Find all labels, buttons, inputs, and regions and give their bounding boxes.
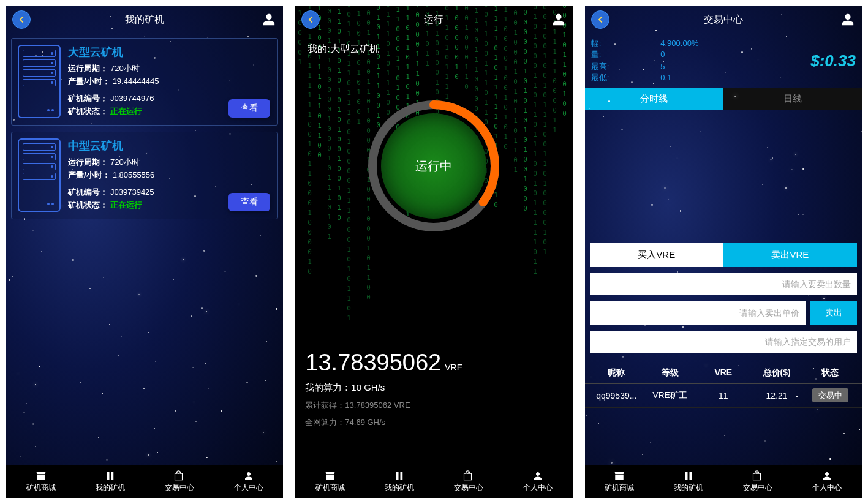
sell-submit-button[interactable]: 卖出 [810, 301, 857, 325]
person-icon [821, 470, 833, 481]
earned-amount: 13.78395062VRE [305, 350, 562, 376]
status-label: 矿机状态： [68, 200, 108, 209]
tab-timeline[interactable]: 分时线 [585, 88, 723, 110]
my-miner-label: 我的:大型云矿机 [308, 43, 560, 56]
user-icon[interactable] [262, 13, 276, 26]
cycle-label: 运行周期： [68, 64, 108, 73]
trade-content: 买入VRE 卖出VRE 卖出 昵称 等级 VRE 总价($) 状态 qq9953… [585, 110, 862, 465]
trade-mode-buttons: 买入VRE 卖出VRE [590, 243, 857, 267]
tab-daily[interactable]: 日线 [723, 88, 862, 110]
col-level: 等级 [643, 367, 696, 378]
network-hashrate: 全网算力：74.69 GH/s [305, 417, 562, 428]
id-value: J039739425 [110, 187, 154, 197]
yield-value: 19.44444445 [113, 77, 159, 86]
miner-list: 大型云矿机 运行周期：720小时 产量/小时：19.44444445 矿机编号：… [6, 33, 283, 465]
market-summary: 幅: 4,900.00%量: 0 最高: 5最低: 0.1 $:0.33 [585, 33, 862, 88]
bottom-nav: 矿机商城 我的矿机 交易中心 个人中心 [6, 465, 283, 498]
back-button[interactable] [12, 10, 31, 29]
id-label: 矿机编号： [68, 187, 108, 197]
col-total: 总价($) [750, 367, 803, 378]
phone-trade-center: 交易中心 幅: 4,900.00%量: 0 最高: 5最低: 0.1 $:0.3… [585, 6, 862, 498]
header: 运行 [295, 6, 572, 33]
nav-my-miners[interactable]: 我的矿机 [75, 465, 145, 498]
nav-my-miners[interactable]: 我的矿机 [364, 465, 434, 498]
col-vre: VRE [696, 367, 750, 378]
bottom-nav: 矿机商城 我的矿机 交易中心 个人中心 [585, 465, 862, 498]
chart-area [585, 110, 862, 238]
total-earned: 累计获得：13.78395062 VRE [305, 400, 562, 411]
user-icon[interactable] [841, 13, 855, 26]
server-icon [18, 138, 61, 212]
back-button[interactable] [591, 10, 609, 29]
ring-center-label: 运行中 [381, 113, 486, 219]
view-button[interactable]: 查看 [228, 99, 270, 118]
col-status: 状态 [804, 367, 857, 378]
cell-level: VRE矿工 [643, 390, 696, 401]
unit-price-input[interactable] [590, 301, 806, 325]
nav-trade[interactable]: 交易中心 [723, 465, 793, 498]
miner-icon [393, 470, 406, 481]
svg-rect-4 [396, 472, 399, 480]
bag-icon [752, 470, 764, 481]
progress-ring-wrap: 运行中 [305, 92, 562, 239]
id-label: 矿机编号： [68, 94, 108, 103]
nav-profile[interactable]: 个人中心 [793, 465, 862, 498]
svg-rect-6 [685, 472, 688, 480]
user-icon[interactable] [552, 13, 565, 26]
cycle-value: 720小时 [110, 64, 140, 73]
miner-icon [682, 470, 695, 481]
miner-card: 中型云矿机 运行周期：720小时 产量/小时：1.80555556 矿机编号：J… [11, 132, 278, 219]
nav-trade[interactable]: 交易中心 [145, 465, 214, 498]
nav-shop[interactable]: 矿机商城 [295, 465, 364, 498]
back-arrow-icon [306, 15, 315, 24]
id-value: J039744976 [110, 94, 154, 103]
status-value: 正在运行 [110, 107, 142, 116]
running-content: 我的:大型云矿机 运行中 13.78395062VRE 我的算力：10 GH/s… [295, 33, 572, 465]
server-icon [18, 45, 61, 118]
buy-button[interactable]: 买入VRE [590, 243, 723, 267]
cell-status[interactable]: 交易中 [812, 388, 848, 402]
nav-profile[interactable]: 个人中心 [504, 465, 573, 498]
miner-icon [104, 470, 116, 481]
nav-profile[interactable]: 个人中心 [214, 465, 283, 498]
yield-label: 产量/小时： [68, 170, 110, 179]
page-title: 我的矿机 [125, 13, 164, 26]
stats-block: 13.78395062VRE 我的算力：10 GH/s 累计获得：13.7839… [305, 350, 562, 428]
miner-card: 大型云矿机 运行周期：720小时 产量/小时：19.44444445 矿机编号：… [11, 38, 278, 126]
back-arrow-icon [17, 15, 26, 24]
status-label: 矿机状态： [68, 107, 108, 116]
shop-icon [324, 470, 336, 481]
bag-icon [462, 470, 475, 481]
nav-shop[interactable]: 矿机商城 [6, 465, 75, 498]
back-button[interactable] [301, 10, 320, 29]
phone-my-miners: 我的矿机 大型云矿机 运行周期：720小时 产量/小时：19.44444445 … [6, 6, 283, 498]
miner-name: 中型云矿机 [68, 138, 271, 153]
col-nick: 昵称 [590, 367, 643, 378]
view-button[interactable]: 查看 [228, 193, 270, 211]
my-hashrate: 我的算力：10 GH/s [305, 382, 562, 394]
cycle-value: 720小时 [110, 157, 140, 167]
svg-rect-5 [400, 472, 402, 480]
chart-tabs: 分时线 日线 [585, 88, 862, 110]
nav-shop[interactable]: 矿机商城 [585, 465, 654, 498]
nav-trade[interactable]: 交易中心 [434, 465, 503, 498]
phone-running: 0 1 0 0 1 1 0 1 0 1 0 0 0 0 1 0 0 1 1 0 … [295, 6, 572, 498]
svg-rect-1 [111, 472, 113, 480]
cycle-label: 运行周期： [68, 157, 108, 167]
sell-button[interactable]: 卖出VRE [723, 243, 857, 267]
page-title: 交易中心 [704, 13, 743, 26]
header: 我的矿机 [6, 6, 283, 33]
quantity-input[interactable] [590, 273, 857, 295]
high: 最高: 5 [591, 61, 728, 72]
change: 幅: 4,900.00% [591, 38, 728, 49]
person-icon [532, 470, 544, 481]
shop-icon [35, 470, 47, 481]
cell-nick: qq99539... [590, 391, 643, 401]
table-row[interactable]: qq99539... VRE矿工 11 12.21 交易中 [585, 384, 862, 408]
yield-label: 产量/小时： [68, 77, 110, 86]
target-user-input[interactable] [590, 331, 857, 353]
nav-my-miners[interactable]: 我的矿机 [654, 465, 723, 498]
volume: 量: 0 [591, 49, 728, 60]
miner-name: 大型云矿机 [68, 45, 271, 59]
header: 交易中心 [585, 6, 862, 33]
